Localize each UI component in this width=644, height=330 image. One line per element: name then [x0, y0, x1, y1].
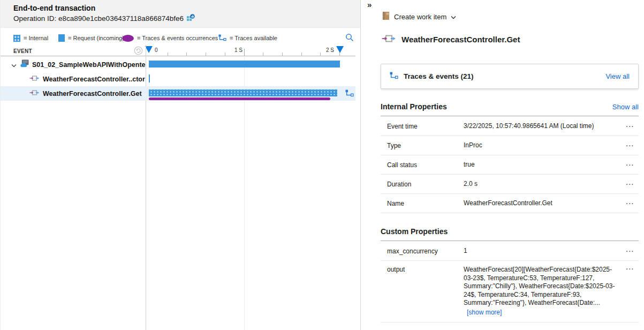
internal-event-icon — [382, 33, 396, 46]
chevron-down-icon — [451, 13, 456, 21]
custom-properties-table: max_concurrency 1 ··· output WeatherFore… — [381, 242, 639, 322]
property-value: 2.0 s — [464, 180, 620, 189]
minor-ticks — [149, 52, 340, 56]
create-work-item-icon — [382, 11, 390, 22]
traces-icon — [218, 34, 226, 42]
internal-properties-table: Event time 3/22/2025, 10:57:40.9865641 A… — [381, 117, 639, 213]
property-value: 3/22/2025, 10:57:40.9865641 AM (Local ti… — [464, 122, 620, 131]
property-value: true — [464, 161, 620, 169]
table-row: Name WeatherForecastController.Get ··· — [381, 194, 639, 213]
transaction-header: End-to-end transaction Operation ID: e8c… — [1, 0, 360, 28]
traces-events-count: Traces & events (21) — [404, 72, 600, 80]
page-title: End-to-end transaction — [13, 4, 360, 12]
operation-id-badge-icon — [187, 14, 195, 23]
property-label: output — [387, 266, 464, 273]
row-label: WeatherForecastController.Get — [43, 90, 142, 98]
legend-label: = Internal — [24, 35, 48, 41]
tick-label-0: 0 — [155, 47, 158, 53]
legend-item-internal: = Internal — [13, 34, 48, 42]
legend-label: = Request (incoming) — [68, 35, 124, 41]
row-label: WeatherForecastController..ctor — [43, 76, 145, 83]
table-row: max_concurrency 1 ··· — [381, 242, 639, 261]
operation-id-label: Operation ID: e8ca890e1cbe036437118a8668… — [13, 14, 184, 22]
timeline-ruler: EVENT 0 1 S 2 S — [1, 45, 355, 56]
table-row: output WeatherForecast[20][WeatherForeca… — [381, 261, 639, 322]
property-label: Type — [387, 142, 464, 149]
row-label: S01_02_SampleWebAPIWithOpentele — [32, 61, 146, 69]
table-row: Call status true ··· — [381, 155, 639, 175]
table-row: Event time 3/22/2025, 10:57:40.9865641 A… — [381, 117, 639, 136]
table-row: Duration 2.0 s ··· — [381, 175, 639, 194]
search-icon[interactable] — [345, 33, 354, 44]
traces-occurrences-bar[interactable] — [149, 98, 330, 100]
property-value: WeatherForecastController.Get — [464, 199, 620, 208]
one-second-tick — [244, 49, 245, 56]
section-title: Internal Properties — [381, 102, 447, 111]
create-work-item-button[interactable]: Create work item — [382, 11, 456, 22]
more-options-button[interactable]: ··· — [620, 181, 634, 188]
output-value-text: WeatherForecast[20][WeatherForecast{Date… — [464, 266, 615, 306]
property-value: InProc — [464, 141, 620, 150]
reset-zoom-icon[interactable] — [134, 46, 143, 57]
tick-label-1s: 1 S — [230, 47, 243, 53]
legend-item-occurrences: = Traces & events occurrences — [122, 34, 218, 42]
detail-panel: » Create work item — [361, 0, 644, 330]
internal-bar[interactable] — [149, 74, 150, 82]
create-work-item-label: Create work item — [394, 13, 446, 21]
occurrences-legend-swatch — [122, 35, 134, 42]
more-options-button[interactable]: ··· — [620, 123, 634, 130]
internal-event-icon — [29, 74, 40, 84]
custom-properties-header: Custom Properties — [381, 227, 639, 241]
detail-title-text: WeatherForecastController.Get — [401, 35, 520, 44]
traces-icon — [390, 72, 398, 81]
section-title: Custom Properties — [381, 227, 448, 236]
traces-events-card[interactable]: Traces & events (21) View all — [381, 64, 639, 89]
property-value: 1 — [464, 247, 620, 256]
table-row-get[interactable]: WeatherForecastController.Get — [1, 86, 355, 101]
legend-item-request: = Request (incoming) — [58, 34, 124, 42]
legend-item-traces-available: = Traces available — [218, 34, 277, 42]
internal-event-icon — [29, 89, 40, 99]
legend-label: = Traces & events occurrences — [137, 35, 218, 41]
show-more-link[interactable]: [show more] — [467, 309, 502, 317]
property-value: WeatherForecast[20][WeatherForecast{Date… — [464, 266, 620, 317]
timeline-range-start-marker[interactable] — [145, 46, 153, 53]
request-bar[interactable] — [149, 61, 340, 68]
table-row: Type InProc ··· — [381, 136, 639, 155]
transaction-rows: S01_02_SampleWebAPIWithOpentele WeatherF… — [1, 57, 355, 101]
timeline-range-end-marker[interactable] — [336, 46, 344, 53]
more-options-button[interactable]: ··· — [620, 142, 634, 149]
show-all-link[interactable]: Show all — [612, 103, 639, 111]
property-label: Call status — [387, 161, 464, 169]
event-column-header: EVENT — [13, 48, 32, 54]
more-options-button[interactable]: ··· — [620, 248, 634, 254]
chevron-down-icon[interactable] — [11, 60, 17, 70]
cloud-role-icon — [20, 59, 29, 70]
collapse-panel-icon[interactable]: » — [367, 0, 372, 9]
tick-label-2s: 2 S — [322, 47, 334, 53]
internal-properties-header: Internal Properties Show all — [381, 102, 639, 116]
request-legend-swatch — [58, 34, 65, 42]
property-label: Duration — [387, 181, 464, 188]
legend-label: = Traces available — [230, 35, 277, 41]
transaction-timeline-panel: End-to-end transaction Operation ID: e8c… — [1, 0, 361, 330]
property-label: Event time — [387, 123, 464, 130]
table-row-role[interactable]: S01_02_SampleWebAPIWithOpentele — [1, 57, 355, 72]
more-options-button[interactable]: ··· — [620, 162, 634, 168]
table-row-ctor[interactable]: WeatherForecastController..ctor — [1, 72, 355, 86]
detail-title: WeatherForecastController.Get — [382, 33, 520, 46]
more-options-button[interactable]: ··· — [620, 266, 634, 272]
traces-icon[interactable] — [345, 89, 354, 99]
internal-legend-swatch — [13, 35, 20, 42]
more-options-button[interactable]: ··· — [620, 200, 634, 207]
property-label: Name — [387, 200, 464, 207]
internal-bar-with-events[interactable] — [149, 89, 337, 96]
view-all-link[interactable]: View all — [605, 72, 630, 80]
end-to-end-transaction-view: End-to-end transaction Operation ID: e8c… — [0, 0, 644, 330]
property-label: max_concurrency — [387, 248, 464, 255]
